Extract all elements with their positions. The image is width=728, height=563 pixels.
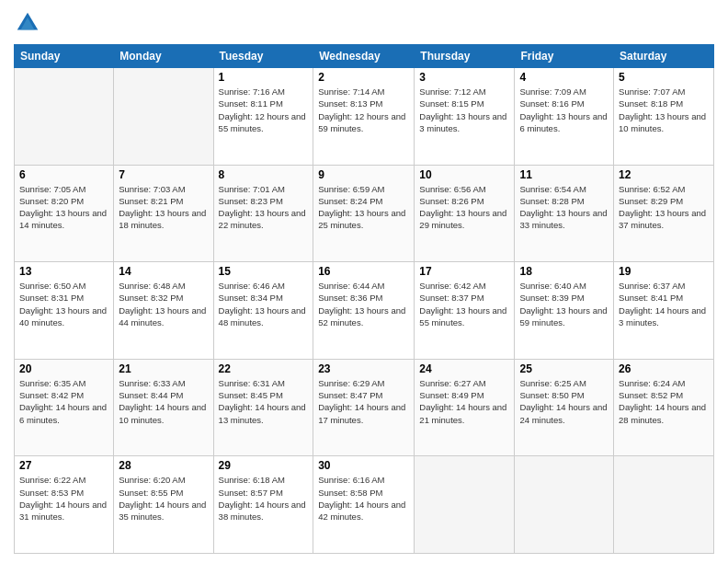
day-info: Sunrise: 6:42 AMSunset: 8:37 PMDaylight:… xyxy=(419,280,509,328)
day-of-week-header: Sunday xyxy=(15,45,114,68)
calendar-week-row: 20Sunrise: 6:35 AMSunset: 8:42 PMDayligh… xyxy=(15,359,714,456)
calendar-day-cell xyxy=(415,456,515,554)
day-number: 11 xyxy=(519,168,609,181)
day-number: 13 xyxy=(19,265,108,278)
calendar-week-row: 13Sunrise: 6:50 AMSunset: 8:31 PMDayligh… xyxy=(15,262,714,360)
day-info: Sunrise: 6:16 AMSunset: 8:58 PMDaylight:… xyxy=(318,474,409,523)
day-info: Sunrise: 7:03 AMSunset: 8:21 PMDaylight:… xyxy=(119,183,208,232)
calendar-day-cell: 18Sunrise: 6:40 AMSunset: 8:39 PMDayligh… xyxy=(515,262,614,360)
calendar-day-cell: 23Sunrise: 6:29 AMSunset: 8:47 PMDayligh… xyxy=(313,359,415,456)
day-of-week-header: Friday xyxy=(515,45,614,68)
day-info: Sunrise: 6:50 AMSunset: 8:31 PMDaylight:… xyxy=(19,280,108,328)
logo xyxy=(14,9,45,37)
day-number: 12 xyxy=(619,168,709,181)
calendar-week-row: 6Sunrise: 7:05 AMSunset: 8:20 PMDaylight… xyxy=(15,165,714,262)
calendar-day-cell: 11Sunrise: 6:54 AMSunset: 8:28 PMDayligh… xyxy=(515,165,614,262)
day-number: 29 xyxy=(219,459,309,472)
day-number: 2 xyxy=(318,71,409,84)
day-info: Sunrise: 7:05 AMSunset: 8:20 PMDaylight:… xyxy=(19,183,108,232)
calendar-week-row: 1Sunrise: 7:16 AMSunset: 8:11 PMDaylight… xyxy=(15,68,714,166)
day-info: Sunrise: 6:18 AMSunset: 8:57 PMDaylight:… xyxy=(219,474,309,523)
day-info: Sunrise: 7:14 AMSunset: 8:13 PMDaylight:… xyxy=(318,86,409,134)
day-info: Sunrise: 6:20 AMSunset: 8:55 PMDaylight:… xyxy=(119,474,208,523)
day-info: Sunrise: 6:46 AMSunset: 8:34 PMDaylight:… xyxy=(219,280,309,328)
day-info: Sunrise: 6:48 AMSunset: 8:32 PMDaylight:… xyxy=(119,280,208,328)
day-number: 19 xyxy=(619,265,709,278)
day-number: 9 xyxy=(318,168,409,181)
calendar-header: SundayMondayTuesdayWednesdayThursdayFrid… xyxy=(15,45,714,68)
day-number: 10 xyxy=(419,168,509,181)
calendar-day-cell: 25Sunrise: 6:25 AMSunset: 8:50 PMDayligh… xyxy=(515,359,614,456)
day-info: Sunrise: 6:37 AMSunset: 8:41 PMDaylight:… xyxy=(619,280,709,328)
calendar-day-cell: 29Sunrise: 6:18 AMSunset: 8:57 PMDayligh… xyxy=(213,456,313,554)
day-info: Sunrise: 6:59 AMSunset: 8:24 PMDaylight:… xyxy=(318,183,409,232)
day-of-week-header: Thursday xyxy=(415,45,515,68)
calendar-day-cell: 14Sunrise: 6:48 AMSunset: 8:32 PMDayligh… xyxy=(114,262,213,360)
day-number: 1 xyxy=(219,71,309,84)
calendar-day-cell: 6Sunrise: 7:05 AMSunset: 8:20 PMDaylight… xyxy=(15,165,114,262)
day-info: Sunrise: 6:35 AMSunset: 8:42 PMDaylight:… xyxy=(19,377,108,426)
calendar-day-cell: 19Sunrise: 6:37 AMSunset: 8:41 PMDayligh… xyxy=(614,262,714,360)
day-number: 28 xyxy=(119,459,208,472)
day-number: 3 xyxy=(419,71,509,84)
day-number: 25 xyxy=(519,362,609,375)
day-number: 7 xyxy=(119,168,208,181)
calendar-day-cell: 17Sunrise: 6:42 AMSunset: 8:37 PMDayligh… xyxy=(415,262,515,360)
calendar-day-cell xyxy=(114,68,213,166)
day-number: 24 xyxy=(419,362,509,375)
day-of-week-header: Monday xyxy=(114,45,213,68)
day-number: 4 xyxy=(519,71,609,84)
day-number: 30 xyxy=(318,459,409,472)
calendar-day-cell: 2Sunrise: 7:14 AMSunset: 8:13 PMDaylight… xyxy=(313,68,415,166)
calendar-day-cell xyxy=(15,68,114,166)
calendar-day-cell: 28Sunrise: 6:20 AMSunset: 8:55 PMDayligh… xyxy=(114,456,213,554)
page: SundayMondayTuesdayWednesdayThursdayFrid… xyxy=(0,0,728,563)
calendar-day-cell: 15Sunrise: 6:46 AMSunset: 8:34 PMDayligh… xyxy=(213,262,313,360)
day-info: Sunrise: 7:09 AMSunset: 8:16 PMDaylight:… xyxy=(519,86,609,134)
calendar-day-cell: 13Sunrise: 6:50 AMSunset: 8:31 PMDayligh… xyxy=(15,262,114,360)
calendar-day-cell: 22Sunrise: 6:31 AMSunset: 8:45 PMDayligh… xyxy=(213,359,313,456)
header-row: SundayMondayTuesdayWednesdayThursdayFrid… xyxy=(15,45,714,68)
calendar-day-cell: 27Sunrise: 6:22 AMSunset: 8:53 PMDayligh… xyxy=(15,456,114,554)
calendar-day-cell: 26Sunrise: 6:24 AMSunset: 8:52 PMDayligh… xyxy=(614,359,714,456)
calendar-day-cell: 3Sunrise: 7:12 AMSunset: 8:15 PMDaylight… xyxy=(415,68,515,166)
day-number: 17 xyxy=(419,265,509,278)
calendar-day-cell: 30Sunrise: 6:16 AMSunset: 8:58 PMDayligh… xyxy=(313,456,415,554)
day-number: 27 xyxy=(19,459,108,472)
day-number: 20 xyxy=(19,362,108,375)
calendar-day-cell: 9Sunrise: 6:59 AMSunset: 8:24 PMDaylight… xyxy=(313,165,415,262)
day-number: 15 xyxy=(219,265,309,278)
day-number: 22 xyxy=(219,362,309,375)
calendar-day-cell: 20Sunrise: 6:35 AMSunset: 8:42 PMDayligh… xyxy=(15,359,114,456)
day-info: Sunrise: 7:01 AMSunset: 8:23 PMDaylight:… xyxy=(219,183,309,232)
day-info: Sunrise: 6:56 AMSunset: 8:26 PMDaylight:… xyxy=(419,183,509,232)
calendar-day-cell xyxy=(515,456,614,554)
calendar-day-cell xyxy=(614,456,714,554)
calendar-day-cell: 7Sunrise: 7:03 AMSunset: 8:21 PMDaylight… xyxy=(114,165,213,262)
day-number: 26 xyxy=(619,362,709,375)
day-info: Sunrise: 6:54 AMSunset: 8:28 PMDaylight:… xyxy=(519,183,609,232)
day-info: Sunrise: 6:29 AMSunset: 8:47 PMDaylight:… xyxy=(318,377,409,426)
day-number: 14 xyxy=(119,265,208,278)
day-number: 23 xyxy=(318,362,409,375)
day-info: Sunrise: 6:25 AMSunset: 8:50 PMDaylight:… xyxy=(519,377,609,426)
day-info: Sunrise: 6:22 AMSunset: 8:53 PMDaylight:… xyxy=(19,474,108,523)
day-number: 21 xyxy=(119,362,208,375)
day-number: 18 xyxy=(519,265,609,278)
day-number: 6 xyxy=(19,168,108,181)
day-number: 8 xyxy=(219,168,309,181)
calendar-week-row: 27Sunrise: 6:22 AMSunset: 8:53 PMDayligh… xyxy=(15,456,714,554)
calendar-day-cell: 12Sunrise: 6:52 AMSunset: 8:29 PMDayligh… xyxy=(614,165,714,262)
day-info: Sunrise: 7:07 AMSunset: 8:18 PMDaylight:… xyxy=(619,86,709,134)
calendar-body: 1Sunrise: 7:16 AMSunset: 8:11 PMDaylight… xyxy=(15,68,714,554)
calendar: SundayMondayTuesdayWednesdayThursdayFrid… xyxy=(14,44,714,554)
day-of-week-header: Tuesday xyxy=(213,45,313,68)
calendar-day-cell: 5Sunrise: 7:07 AMSunset: 8:18 PMDaylight… xyxy=(614,68,714,166)
day-info: Sunrise: 6:44 AMSunset: 8:36 PMDaylight:… xyxy=(318,280,409,328)
day-of-week-header: Saturday xyxy=(614,45,714,68)
calendar-day-cell: 4Sunrise: 7:09 AMSunset: 8:16 PMDaylight… xyxy=(515,68,614,166)
calendar-day-cell: 16Sunrise: 6:44 AMSunset: 8:36 PMDayligh… xyxy=(313,262,415,360)
calendar-day-cell: 24Sunrise: 6:27 AMSunset: 8:49 PMDayligh… xyxy=(415,359,515,456)
day-number: 5 xyxy=(619,71,709,84)
header xyxy=(14,9,714,37)
